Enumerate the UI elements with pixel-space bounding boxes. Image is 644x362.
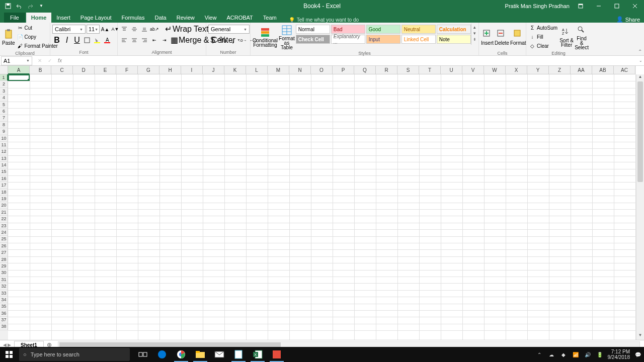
col-header-A[interactable]: A	[8, 66, 30, 74]
cells-area[interactable]	[8, 74, 636, 340]
row-header-37[interactable]: 37	[0, 317, 8, 323]
tab-file[interactable]: File	[4, 13, 25, 23]
increase-indent-icon[interactable]: ⇥	[160, 36, 169, 45]
font-color-button[interactable]: A	[103, 36, 112, 45]
col-header-V[interactable]: V	[462, 66, 484, 74]
conditional-formatting-button[interactable]: Conditional Formatting	[253, 24, 278, 51]
user-name[interactable]: Pratik Man Singh Pradhan	[505, 3, 570, 9]
format-cells-button[interactable]: Format	[510, 24, 526, 51]
row-header-32[interactable]: 32	[0, 283, 8, 290]
redo-icon[interactable]	[26, 2, 34, 10]
col-header-E[interactable]: E	[95, 66, 116, 74]
close-button[interactable]	[628, 0, 642, 12]
number-format-selector[interactable]: General▼	[208, 25, 250, 34]
fill-color-button[interactable]	[93, 36, 102, 45]
file-explorer-icon[interactable]	[191, 347, 209, 362]
tab-insert[interactable]: Insert	[51, 13, 75, 23]
expand-formula-bar-icon[interactable]: ⌄	[637, 58, 644, 63]
col-header-B[interactable]: B	[30, 66, 51, 74]
row-header-1[interactable]: 1	[0, 74, 8, 81]
col-header-J[interactable]: J	[203, 66, 224, 74]
cancel-icon[interactable]: ✕	[35, 57, 44, 65]
scroll-up-icon[interactable]: ▲	[636, 74, 644, 81]
row-header-19[interactable]: 19	[0, 196, 8, 202]
cell-style-note[interactable]: Note	[437, 35, 471, 44]
col-header-AA[interactable]: AA	[571, 66, 592, 74]
gallery-down-icon[interactable]: ▼	[471, 31, 478, 37]
maximize-button[interactable]	[610, 0, 624, 12]
row-header-5[interactable]: 5	[0, 102, 8, 108]
gallery-up-icon[interactable]: ▲	[471, 25, 478, 31]
col-header-M[interactable]: M	[268, 66, 289, 74]
formula-input[interactable]	[66, 56, 637, 65]
row-header-28[interactable]: 28	[0, 256, 8, 263]
cell-style-explanatory-[interactable]: Explanatory ...	[331, 35, 365, 44]
sort-filter-button[interactable]: AZSort & Filter	[559, 24, 574, 51]
camtasia-icon[interactable]	[268, 347, 286, 362]
col-header-K[interactable]: K	[224, 66, 246, 74]
bold-button[interactable]: B	[52, 36, 61, 45]
row-header-6[interactable]: 6	[0, 108, 8, 115]
col-header-R[interactable]: R	[376, 66, 397, 74]
col-header-G[interactable]: G	[138, 66, 159, 74]
row-header-8[interactable]: 8	[0, 122, 8, 128]
find-select-button[interactable]: Find & Select	[575, 24, 589, 51]
col-header-X[interactable]: X	[506, 66, 527, 74]
wrap-text-button[interactable]: ↵Wrap Text	[164, 25, 209, 33]
italic-button[interactable]: I	[62, 36, 71, 45]
cell-style-linked-cell[interactable]: Linked Cell	[401, 35, 436, 44]
font-name-selector[interactable]: Calibri▼	[52, 25, 86, 34]
start-button[interactable]	[0, 347, 18, 362]
row-header-26[interactable]: 26	[0, 243, 8, 249]
row-header-30[interactable]: 30	[0, 269, 8, 276]
tab-team[interactable]: Team	[258, 13, 282, 23]
row-header-7[interactable]: 7	[0, 115, 8, 121]
row-header-27[interactable]: 27	[0, 249, 8, 256]
row-header-16[interactable]: 16	[0, 175, 8, 182]
fill-button[interactable]: ↓Fill	[528, 33, 558, 41]
border-button[interactable]	[83, 36, 92, 45]
row-header-25[interactable]: 25	[0, 236, 8, 242]
tab-acrobat[interactable]: ACROBAT	[221, 13, 258, 23]
format-as-table-button[interactable]: Format as Table	[279, 24, 295, 51]
orientation-icon[interactable]: ab↗	[150, 25, 159, 34]
tab-home[interactable]: Home	[26, 13, 52, 23]
col-header-I[interactable]: I	[181, 66, 203, 74]
row-header-20[interactable]: 20	[0, 202, 8, 209]
row-header-2[interactable]: 2	[0, 81, 8, 87]
row-header-23[interactable]: 23	[0, 223, 8, 229]
col-header-Q[interactable]: Q	[354, 66, 376, 74]
underline-button[interactable]: U	[72, 36, 82, 45]
cell-style-good[interactable]: Good	[366, 25, 400, 34]
font-size-selector[interactable]: 11▼	[87, 25, 100, 34]
tell-me-search[interactable]: 💡 Tell me what you want to do	[289, 17, 359, 23]
align-bottom-icon[interactable]	[140, 25, 149, 34]
row-header-38[interactable]: 38	[0, 323, 8, 330]
row-header-4[interactable]: 4	[0, 95, 8, 101]
col-header-C[interactable]: C	[51, 66, 73, 74]
col-header-L[interactable]: L	[246, 66, 268, 74]
ribbon-display-icon[interactable]	[574, 0, 588, 12]
accounting-format-icon[interactable]: $	[208, 36, 217, 45]
fx-icon[interactable]: fx	[55, 57, 64, 65]
row-header-3[interactable]: 3	[0, 88, 8, 95]
row-header-36[interactable]: 36	[0, 310, 8, 317]
collapse-ribbon-icon[interactable]: ⌃	[638, 49, 642, 54]
row-header-14[interactable]: 14	[0, 162, 8, 168]
align-right-icon[interactable]	[140, 36, 149, 45]
col-header-P[interactable]: P	[333, 66, 354, 74]
row-header-10[interactable]: 10	[0, 135, 8, 142]
insert-cells-button[interactable]: Insert	[481, 24, 494, 51]
align-left-icon[interactable]	[120, 36, 129, 45]
qat-customize-icon[interactable]: ▼	[37, 2, 45, 10]
col-header-U[interactable]: U	[441, 66, 462, 74]
col-header-Y[interactable]: Y	[527, 66, 549, 74]
enter-icon[interactable]: ✓	[45, 57, 54, 65]
minimize-button[interactable]	[592, 0, 606, 12]
scroll-down-icon[interactable]: ▼	[636, 333, 644, 340]
row-header-24[interactable]: 24	[0, 229, 8, 236]
increase-decimal-icon[interactable]: .0→	[238, 36, 248, 45]
notifications-icon[interactable]: 💬	[634, 350, 642, 358]
row-header-18[interactable]: 18	[0, 189, 8, 196]
cell-style-bad[interactable]: Bad	[331, 25, 365, 34]
